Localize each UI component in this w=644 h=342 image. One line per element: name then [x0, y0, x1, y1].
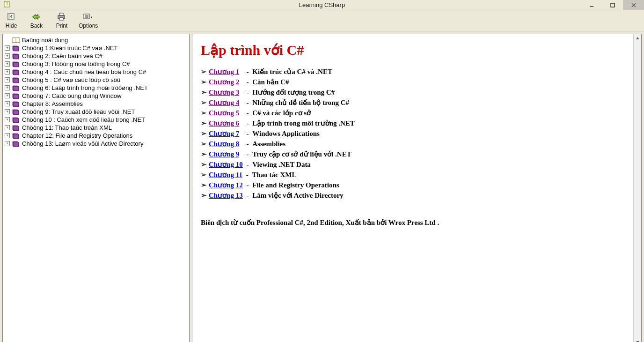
chapter-link[interactable]: Chương 5: [209, 109, 239, 117]
closed-book-icon: [12, 45, 20, 52]
print-label: Print: [56, 22, 68, 29]
tree-item[interactable]: +Chöông 3: Höôùng ñoái töôïng trong C#: [4, 60, 188, 68]
tree-root[interactable]: Baûng noäi dung: [4, 36, 188, 44]
expander-icon[interactable]: +: [5, 125, 10, 130]
expander-icon[interactable]: +: [5, 77, 10, 82]
chapter-link[interactable]: Chương 6: [209, 119, 239, 127]
tree-item-label: Chöông 3: Höôùng ñoái töôïng trong C#: [22, 60, 130, 67]
back-icon: [32, 12, 41, 22]
hide-button[interactable]: Hide: [3, 12, 20, 29]
chapter-description: Windows Applications: [252, 130, 320, 138]
expander-icon[interactable]: +: [5, 93, 10, 98]
body: Baûng noäi dung +Chöông 1:Kieán truùc C#…: [0, 31, 644, 342]
closed-book-icon: [12, 53, 20, 59]
expander-icon[interactable]: +: [5, 109, 10, 114]
separator: -: [241, 99, 250, 107]
close-button[interactable]: [623, 0, 644, 10]
expander-icon[interactable]: +: [5, 101, 10, 106]
tree-item[interactable]: +Chöông 5 : C# vaø caùc lôùp cô sôû: [4, 76, 188, 84]
navigation-tree[interactable]: Baûng noäi dung +Chöông 1:Kieán truùc C#…: [2, 34, 190, 342]
content-scroll-area[interactable]: Lập trình với C# ➢Chương 1 - Kiến trúc c…: [192, 34, 633, 342]
chapter-link[interactable]: Chương 2: [209, 78, 239, 86]
chapter-link[interactable]: Chương 10: [209, 160, 243, 169]
expander-icon[interactable]: +: [5, 85, 10, 90]
chapter-link[interactable]: Chương 13: [209, 191, 243, 200]
svg-text:?: ?: [6, 2, 8, 7]
tree-item-label: Chöông 13: Laøm vieäc vôùi Active Direct…: [22, 140, 143, 147]
maximize-button[interactable]: [602, 0, 623, 10]
options-button[interactable]: Options: [79, 12, 98, 29]
minimize-button[interactable]: [581, 0, 602, 10]
tree-item[interactable]: +Chöông 1:Kieán truùc C# vaø .NET: [4, 44, 188, 52]
tree-item[interactable]: +Chöông 10 : Caùch xem döõ lieäu trong .…: [4, 116, 188, 124]
separator: -: [241, 119, 250, 127]
open-book-icon: [12, 37, 20, 44]
tree-item[interactable]: +Chöông 9: Truy xuaát döõ lieäu vôùi .NE…: [4, 108, 188, 116]
bullet-icon: ➢: [201, 129, 207, 138]
scroll-up-button[interactable]: [634, 34, 641, 42]
expander-icon[interactable]: +: [5, 61, 10, 67]
chapter-description: C# và các lớp cơ sở: [252, 109, 311, 117]
chapter-line: ➢Chương 12 - File and Registry Operation…: [201, 181, 625, 189]
bullet-icon: ➢: [201, 109, 207, 117]
tree-item-label: Chöông 9: Truy xuaát döõ lieäu vôùi .NET: [22, 108, 135, 115]
tree-item[interactable]: +Chöông 7: Caùc öùng duïng Window: [4, 92, 188, 100]
chapter-line: ➢Chương 10 - Viewing .NET Data: [201, 160, 625, 169]
tree-item[interactable]: +Chapter 8: Assemblies: [4, 100, 188, 108]
print-icon: [57, 12, 66, 22]
bullet-icon: ➢: [201, 98, 207, 107]
expander-icon[interactable]: +: [5, 141, 10, 146]
chapter-link[interactable]: Chương 1: [209, 67, 239, 76]
chapter-description: Những chủ đề tiến bộ trong C#: [252, 98, 349, 107]
svg-rect-3: [611, 3, 615, 7]
tree-item[interactable]: +Chöông 6: Laäp trình trong moâi tröôøng…: [4, 84, 188, 92]
chapter-line: ➢Chương 1 - Kiến trúc của C# và .NET: [201, 67, 625, 76]
closed-book-icon: [12, 69, 20, 75]
expander-icon[interactable]: +: [5, 117, 10, 122]
expander-icon[interactable]: +: [5, 45, 10, 51]
bullet-icon: ➢: [201, 181, 207, 189]
closed-book-icon: [12, 85, 20, 91]
tree-item[interactable]: +Chöông 2: Caên baûn veà C#: [4, 52, 188, 60]
chapter-link[interactable]: Chương 12: [209, 181, 243, 189]
chapter-link[interactable]: Chương 8: [209, 140, 239, 148]
separator: -: [241, 150, 250, 158]
help-icon: ?: [4, 0, 11, 9]
chapter-description: Lập trình trong môi trường .NET: [252, 119, 355, 127]
expander-icon[interactable]: +: [5, 53, 10, 59]
bullet-icon: ➢: [201, 67, 207, 76]
tree-item[interactable]: +Chöông 11: Thao taùc treân XML: [4, 124, 188, 132]
closed-book-icon: [12, 61, 20, 67]
closed-book-icon: [12, 141, 20, 147]
scroll-track[interactable]: [634, 42, 641, 338]
back-button[interactable]: Back: [28, 12, 45, 29]
chapter-link[interactable]: Chương 7: [209, 129, 239, 138]
scroll-down-button[interactable]: [634, 338, 641, 342]
bullet-icon: ➢: [201, 150, 207, 158]
expander-blank: [5, 37, 10, 43]
vertical-scrollbar[interactable]: [633, 34, 641, 342]
options-label: Options: [79, 22, 98, 29]
tree-item-label: Chöông 6: Laäp trình trong moâi tröôøng …: [22, 84, 148, 91]
expander-icon[interactable]: +: [5, 133, 10, 138]
chapter-link[interactable]: Chương 11: [209, 171, 242, 179]
tree-item[interactable]: +Chapter 12: File and Registry Operation…: [4, 132, 188, 140]
tree-item[interactable]: +Chöông 13: Laøm vieäc vôùi Active Direc…: [4, 140, 188, 148]
chapter-link[interactable]: Chương 3: [209, 88, 239, 97]
separator: -: [245, 192, 251, 200]
expander-icon[interactable]: +: [5, 69, 10, 74]
chapter-link[interactable]: Chương 9: [209, 150, 239, 158]
print-button[interactable]: Print: [53, 12, 70, 29]
tree-item[interactable]: +Chöông 4 : Caùc chuû ñeà tieán boä tron…: [4, 68, 188, 76]
chapter-link[interactable]: Chương 4: [209, 98, 239, 107]
chapter-line: ➢Chương 13 - Làm việc với Active Directo…: [201, 191, 625, 200]
tree-item-label: Chöông 2: Caên baûn veà C#: [22, 52, 102, 59]
separator: -: [241, 68, 250, 76]
chapter-description: Hướng đối tượng trong C#: [252, 88, 335, 97]
bullet-icon: ➢: [201, 88, 207, 97]
separator: -: [245, 161, 251, 169]
closed-book-icon: [12, 133, 20, 139]
chapter-description: Truy cập cơ sở dữ liệu với .NET: [252, 150, 351, 158]
chapter-description: Kiến trúc của C# và .NET: [252, 67, 332, 76]
options-icon: [83, 12, 94, 22]
